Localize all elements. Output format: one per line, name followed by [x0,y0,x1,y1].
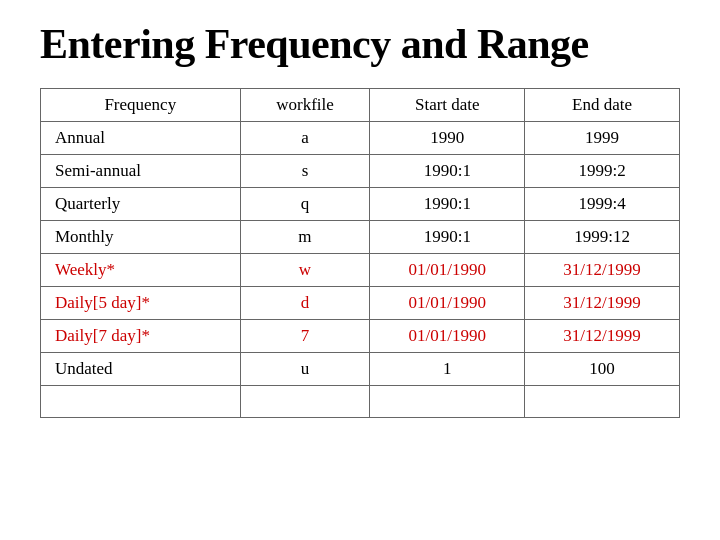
cell-end: 1999:4 [525,188,680,221]
table-row: Quarterlyq1990:11999:4 [41,188,680,221]
cell-frequency: Annual [41,122,241,155]
cell-workfile: d [240,287,370,320]
table-row: Undatedu1100 [41,353,680,386]
cell-start: 01/01/1990 [370,254,525,287]
cell-frequency: Daily[5 day]* [41,287,241,320]
cell-start: 1990:1 [370,188,525,221]
cell-frequency [41,386,241,418]
col-header-start: Start date [370,89,525,122]
cell-frequency: Quarterly [41,188,241,221]
cell-end: 31/12/1999 [525,320,680,353]
table-row: Daily[7 day]*701/01/199031/12/1999 [41,320,680,353]
cell-frequency: Semi-annual [41,155,241,188]
cell-frequency: Weekly* [41,254,241,287]
col-header-workfile: workfile [240,89,370,122]
cell-start: 1990 [370,122,525,155]
cell-frequency: Daily[7 day]* [41,320,241,353]
table-row: Weekly*w01/01/199031/12/1999 [41,254,680,287]
cell-end: 1999 [525,122,680,155]
table-row: Monthlym1990:11999:12 [41,221,680,254]
cell-start: 1 [370,353,525,386]
cell-end [525,386,680,418]
table-row: Daily[5 day]*d01/01/199031/12/1999 [41,287,680,320]
cell-start [370,386,525,418]
cell-end: 1999:12 [525,221,680,254]
frequency-table: Frequency workfile Start date End date A… [40,88,680,418]
cell-start: 01/01/1990 [370,320,525,353]
col-header-frequency: Frequency [41,89,241,122]
table-row [41,386,680,418]
cell-end: 1999:2 [525,155,680,188]
page-title: Entering Frequency and Range [40,20,680,68]
cell-workfile: s [240,155,370,188]
cell-workfile: q [240,188,370,221]
cell-start: 1990:1 [370,221,525,254]
cell-workfile [240,386,370,418]
cell-frequency: Undated [41,353,241,386]
cell-start: 1990:1 [370,155,525,188]
cell-end: 31/12/1999 [525,287,680,320]
col-header-end: End date [525,89,680,122]
cell-workfile: a [240,122,370,155]
cell-workfile: m [240,221,370,254]
table-row: Semi-annuals1990:11999:2 [41,155,680,188]
cell-frequency: Monthly [41,221,241,254]
cell-end: 100 [525,353,680,386]
cell-workfile: u [240,353,370,386]
cell-workfile: 7 [240,320,370,353]
cell-workfile: w [240,254,370,287]
table-row: Annuala19901999 [41,122,680,155]
cell-end: 31/12/1999 [525,254,680,287]
cell-start: 01/01/1990 [370,287,525,320]
